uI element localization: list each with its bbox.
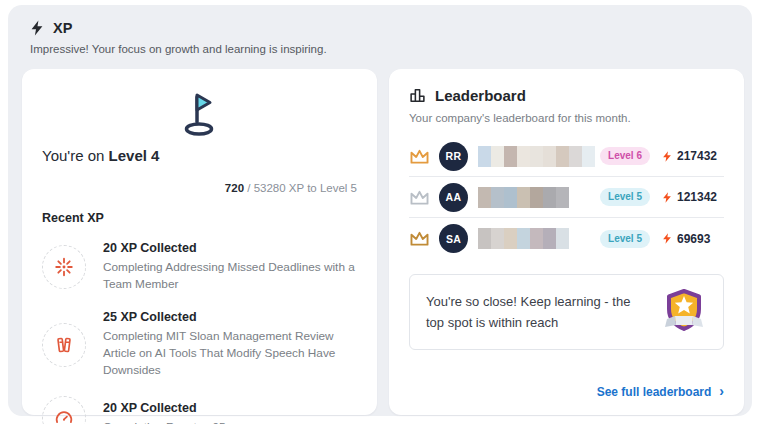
level-value: Level 4 bbox=[109, 147, 160, 164]
bar-chart-icon bbox=[409, 87, 426, 104]
crown-icon bbox=[409, 189, 430, 206]
crown-icon bbox=[409, 230, 430, 247]
badge-shield-icon bbox=[661, 287, 707, 337]
xp-card: You're on Level 4 720 / 53280 XP to Leve… bbox=[22, 69, 377, 415]
recent-xp-item: 20 XP Collected Completing React us95 bbox=[42, 396, 357, 424]
xp-item-description: Completing Addressing Missed Deadlines w… bbox=[103, 259, 357, 293]
level-badge: Level 5 bbox=[600, 188, 650, 206]
xp-value: 217432 bbox=[662, 149, 724, 163]
leaderboard-card: Leaderboard Your company's leaderboard f… bbox=[389, 69, 744, 415]
xp-item-description: Completing React us95 bbox=[103, 419, 226, 424]
recent-xp-item: 25 XP Collected Completing MIT Sloan Man… bbox=[42, 310, 357, 379]
recent-xp-list: 20 XP Collected Completing Addressing Mi… bbox=[42, 241, 357, 424]
leaderboard-subtitle: Your company's leaderboard for this mont… bbox=[409, 112, 724, 124]
widget-header: XP bbox=[22, 20, 744, 36]
xp-value: 69693 bbox=[662, 232, 724, 246]
xp-widget-panel: XP Impressive! Your focus on growth and … bbox=[8, 5, 752, 416]
avatar: RR bbox=[439, 142, 468, 171]
avatar: AA bbox=[439, 183, 468, 212]
blurred-name bbox=[478, 228, 569, 249]
blurred-name bbox=[478, 146, 595, 167]
xp-value: 121342 bbox=[662, 190, 724, 204]
encouragement-banner: You're so close! Keep learning - the top… bbox=[409, 274, 724, 350]
widget-title: XP bbox=[53, 20, 73, 36]
leaderboard-row: SA Level 5 69693 bbox=[409, 218, 724, 259]
bolt-icon bbox=[662, 150, 672, 163]
banner-text: You're so close! Keep learning - the top… bbox=[426, 291, 651, 334]
xp-goal: 53280 XP to Level 5 bbox=[254, 182, 357, 194]
lightning-icon bbox=[30, 20, 44, 36]
leaderboard-row: AA Level 5 121342 bbox=[409, 177, 724, 218]
see-full-leaderboard-link[interactable]: See full leaderboard› bbox=[597, 385, 724, 399]
xp-item-title: 25 XP Collected bbox=[103, 310, 357, 324]
crown-icon bbox=[409, 148, 430, 165]
gauge-icon bbox=[42, 396, 86, 424]
level-status: You're on Level 4 bbox=[42, 147, 357, 164]
books-icon bbox=[42, 323, 86, 367]
xp-progress-text: 720 / 53280 XP to Level 5 bbox=[42, 182, 357, 194]
xp-item-title: 20 XP Collected bbox=[103, 401, 226, 415]
chevron-right-icon: › bbox=[719, 384, 724, 398]
xp-item-title: 20 XP Collected bbox=[103, 241, 357, 255]
bolt-icon bbox=[662, 191, 672, 204]
leaderboard-row: RR Level 6 217432 bbox=[409, 136, 724, 177]
leaderboard-header: Leaderboard bbox=[409, 87, 724, 104]
recent-xp-title: Recent XP bbox=[42, 211, 357, 225]
leaderboard-title: Leaderboard bbox=[435, 87, 526, 104]
avatar: SA bbox=[439, 224, 468, 253]
widget-subtitle: Impressive! Your focus on growth and lea… bbox=[30, 43, 744, 55]
level-badge: Level 6 bbox=[600, 147, 650, 165]
blurred-name bbox=[478, 187, 569, 208]
level-badge: Level 5 bbox=[600, 230, 650, 248]
bolt-icon bbox=[662, 232, 672, 245]
recent-xp-item: 20 XP Collected Completing Addressing Mi… bbox=[42, 241, 357, 293]
level-flag-icon bbox=[174, 89, 226, 137]
xp-current: 720 bbox=[225, 182, 244, 194]
leaderboard-rows: RR Level 6 217432 AA Leve bbox=[409, 136, 724, 259]
spark-icon bbox=[42, 245, 86, 289]
xp-item-description: Completing MIT Sloan Management Review A… bbox=[103, 328, 357, 379]
